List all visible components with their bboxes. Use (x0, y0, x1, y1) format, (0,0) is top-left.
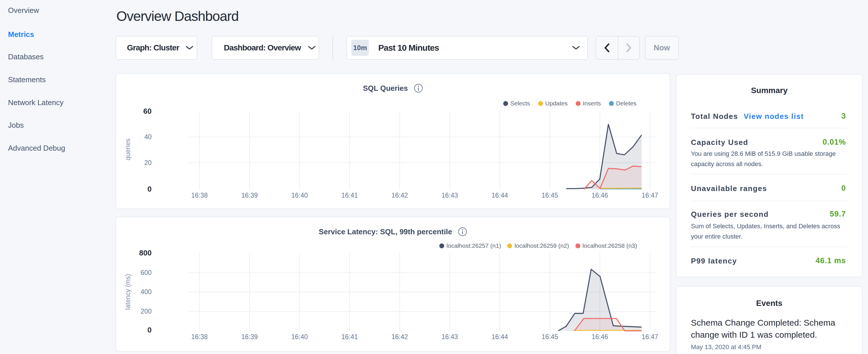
svg-text:0: 0 (148, 185, 152, 193)
svg-text:800: 800 (139, 249, 152, 257)
svg-text:16:45: 16:45 (541, 333, 558, 341)
svg-text:600: 600 (141, 269, 152, 277)
svg-text:16:40: 16:40 (291, 192, 308, 199)
svg-text:16:46: 16:46 (592, 192, 608, 199)
svg-text:16:44: 16:44 (492, 192, 508, 199)
svg-text:0: 0 (148, 326, 152, 334)
svg-text:60: 60 (143, 107, 152, 116)
svg-text:16:41: 16:41 (341, 192, 358, 199)
svg-text:16:43: 16:43 (442, 333, 458, 341)
svg-text:16:41: 16:41 (341, 333, 358, 341)
svg-text:queries: queries (124, 139, 131, 160)
svg-text:16:47: 16:47 (642, 192, 658, 199)
svg-text:16:40: 16:40 (291, 333, 308, 341)
svg-text:16:42: 16:42 (392, 192, 408, 199)
svg-text:40: 40 (144, 133, 152, 141)
svg-text:16:44: 16:44 (492, 333, 508, 341)
svg-text:20: 20 (144, 159, 152, 166)
svg-text:16:38: 16:38 (191, 333, 208, 341)
svg-text:16:39: 16:39 (241, 333, 258, 341)
svg-text:16:38: 16:38 (191, 192, 208, 199)
svg-text:16:39: 16:39 (241, 192, 258, 199)
svg-text:16:47: 16:47 (642, 333, 658, 341)
svg-text:latency (ms): latency (ms) (124, 274, 131, 310)
svg-text:200: 200 (141, 308, 152, 315)
svg-text:400: 400 (141, 288, 152, 296)
svg-text:16:42: 16:42 (392, 333, 408, 341)
svg-text:16:43: 16:43 (442, 192, 458, 199)
svg-text:16:46: 16:46 (592, 333, 608, 341)
svg-text:16:45: 16:45 (541, 192, 558, 199)
